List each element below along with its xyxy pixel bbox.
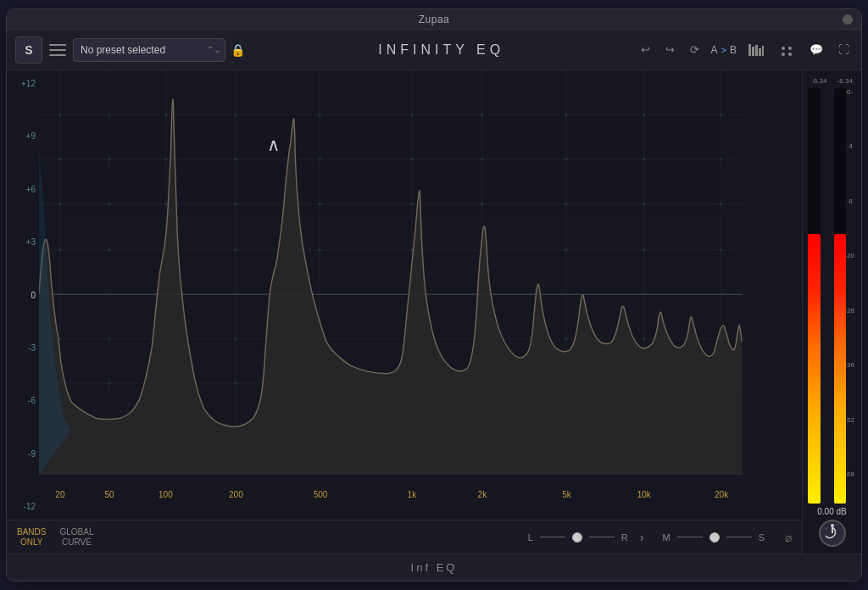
plugin-logo: INFINITY EQ <box>378 42 504 58</box>
freq-20k: 20k <box>715 490 728 499</box>
svg-point-51 <box>234 203 237 206</box>
ab-section: A > B <box>711 44 737 56</box>
svg-point-8 <box>788 53 792 56</box>
vu-right-peak: -6.34 <box>837 77 853 85</box>
ms-side-label: S <box>759 532 765 543</box>
ab-b-label: B <box>730 44 737 56</box>
svg-point-33 <box>410 114 414 117</box>
ms-knob[interactable] <box>709 532 720 543</box>
svg-rect-3 <box>759 48 761 56</box>
svg-point-55 <box>565 203 568 206</box>
svg-point-79 <box>108 381 111 385</box>
svg-point-62 <box>318 248 321 252</box>
freq-100: 100 <box>159 490 173 499</box>
preset-save-button[interactable]: 🔒 <box>229 42 246 58</box>
db-label-6n: -6 <box>10 396 36 405</box>
preset-dropdown-wrapper: No preset selected ⌃⌄ <box>73 38 225 62</box>
phase-button[interactable]: ⌀ <box>785 531 792 544</box>
ms-line-right <box>726 537 752 537</box>
title-bar: Zupaa <box>7 9 861 30</box>
svg-point-39 <box>108 158 111 161</box>
freq-1k: 1k <box>408 490 417 499</box>
svg-point-71 <box>234 337 237 341</box>
lr-line-right <box>589 537 615 537</box>
loop-button[interactable]: ⟳ <box>687 42 703 58</box>
bands-only-button[interactable]: BANDSONLY <box>17 527 46 548</box>
vu-top-labels: -6.34 -6.34 <box>808 77 856 85</box>
db-label-3n: -3 <box>10 343 36 353</box>
close-button[interactable] <box>843 14 853 25</box>
svg-point-53 <box>410 203 414 206</box>
freq-500: 500 <box>314 490 328 499</box>
ab-arrow: > <box>721 45 726 55</box>
db-label-12p: +12 <box>10 79 36 88</box>
undo-button[interactable]: ↩ <box>637 42 654 58</box>
svg-point-54 <box>481 203 484 206</box>
bars-icon <box>748 44 764 56</box>
menu-icon[interactable] <box>49 44 66 56</box>
redo-button[interactable]: ↪ <box>662 42 678 58</box>
svg-point-66 <box>643 248 646 252</box>
db-label-6p: +6 <box>10 185 36 194</box>
svg-point-37 <box>719 114 722 117</box>
svg-point-41 <box>234 158 237 161</box>
toolbar: S No preset selected ⌃⌄ 🔒 INFINITY EQ ↩ … <box>7 30 861 70</box>
plugin-window: Zupaa S No preset selected ⌃⌄ 🔒 INFINITY… <box>6 8 862 582</box>
db-labels: +12 +9 +6 +3 0 -3 -6 -9 -12 <box>7 70 39 520</box>
lr-ms-separator: › <box>640 531 644 544</box>
drag-button[interactable] <box>776 42 798 58</box>
svg-point-31 <box>234 114 237 117</box>
svg-point-67 <box>719 248 722 252</box>
comment-button[interactable]: 💬 <box>806 42 826 58</box>
db-label-9n: -9 <box>10 449 36 459</box>
freq-10k: 10k <box>637 490 651 499</box>
svg-point-40 <box>164 158 168 161</box>
eq-band-symbol: ∧ <box>267 135 280 154</box>
logo-button[interactable]: S <box>15 36 42 64</box>
vu-left-fill <box>808 234 821 504</box>
vu-power-knob[interactable] <box>819 520 846 547</box>
svg-point-61 <box>234 248 237 252</box>
freq-labels: 20 50 100 200 500 1k 2k 5k 10k 20k <box>39 486 743 503</box>
svg-point-43 <box>410 158 414 161</box>
svg-point-6 <box>788 47 792 50</box>
spectrum-svg: ∧ <box>39 70 743 475</box>
db-label-3p: +3 <box>10 237 36 247</box>
toolbar-center: INFINITY EQ <box>253 42 631 58</box>
vu-right-fill <box>834 234 847 504</box>
db-label-9p: +9 <box>10 131 36 141</box>
ms-line-left <box>677 537 703 537</box>
bars-button[interactable] <box>745 42 767 58</box>
bottom-bar: BANDSONLY GLOBALCURVE L R › M S <box>7 520 802 554</box>
lr-knob[interactable] <box>572 532 582 543</box>
lr-line-left <box>540 537 565 537</box>
drag-icon <box>779 44 794 56</box>
db-label-12n: -12 <box>10 502 36 511</box>
svg-point-65 <box>565 248 568 252</box>
eq-display[interactable]: +12 +9 +6 +3 0 -3 -6 -9 -12 <box>7 70 802 554</box>
svg-point-81 <box>234 381 237 385</box>
svg-point-9 <box>229 70 553 135</box>
vu-left-bar <box>808 88 821 504</box>
svg-point-29 <box>108 114 111 117</box>
vu-bars-container: -0- - 4 - 8 -20 -28 -36 -52 -68 <box>808 88 856 504</box>
expand-button[interactable]: ⛶ <box>835 42 853 58</box>
svg-rect-4 <box>762 46 764 56</box>
ms-mid-label: M <box>662 532 670 543</box>
svg-point-75 <box>565 337 568 341</box>
svg-point-59 <box>108 248 111 252</box>
lr-right-label: R <box>621 532 628 543</box>
vu-left-peak: -6.34 <box>811 77 826 85</box>
footer: Inf EQ <box>7 554 861 581</box>
svg-point-48 <box>58 203 62 206</box>
svg-point-7 <box>782 53 785 56</box>
vu-db-value: 0.00 dB <box>817 507 846 516</box>
window-title: Zupaa <box>419 14 450 25</box>
preset-section: No preset selected ⌃⌄ 🔒 <box>73 38 246 62</box>
preset-dropdown[interactable]: No preset selected <box>73 38 225 62</box>
svg-point-32 <box>318 114 321 117</box>
svg-point-56 <box>643 203 646 206</box>
freq-2k: 2k <box>478 490 487 499</box>
footer-title: Inf EQ <box>411 561 458 574</box>
global-curve-button[interactable]: GLOBALCURVE <box>59 527 93 548</box>
